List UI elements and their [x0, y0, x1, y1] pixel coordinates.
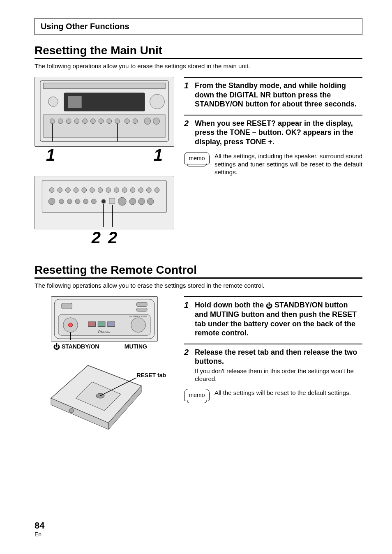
svg-point-43 [101, 199, 106, 203]
svg-point-48 [147, 198, 154, 205]
step-title: From the Standby mode, and while holding… [195, 81, 362, 109]
svg-point-34 [138, 188, 143, 193]
section2-figures: MASTER VOLUME Pioneer STANDBY/ON MUTING [35, 296, 174, 431]
svg-point-40 [75, 199, 80, 204]
step-number: 1 [184, 300, 191, 338]
svg-rect-60 [88, 322, 96, 327]
svg-point-14 [107, 119, 112, 124]
memo-1: memo All the settings, including the spe… [184, 152, 362, 176]
svg-point-17 [133, 119, 138, 124]
step-2: 2 Release the reset tab and then release… [184, 348, 362, 383]
step-1: 1 Hold down both the STANDBY/ON button a… [184, 300, 362, 338]
step-number: 1 [184, 81, 191, 109]
svg-point-5 [150, 95, 165, 109]
svg-point-45 [118, 197, 126, 205]
memo-icon: memo [184, 152, 210, 164]
svg-point-7 [50, 119, 55, 124]
figure-remote-top: MASTER VOLUME Pioneer [51, 296, 158, 342]
memo-2: memo All the settings will be reset to t… [184, 389, 362, 401]
figure-receiver-panel [35, 176, 174, 229]
label-reset-tab: RESET tab [136, 372, 166, 379]
svg-point-16 [125, 119, 129, 124]
svg-point-38 [59, 199, 64, 204]
svg-point-41 [83, 199, 88, 204]
svg-rect-52 [62, 303, 72, 309]
svg-point-30 [106, 188, 111, 193]
svg-point-10 [74, 119, 79, 124]
section2-steps: 1 Hold down both the STANDBY/ON button a… [184, 296, 362, 401]
svg-rect-61 [98, 322, 105, 327]
svg-point-12 [90, 119, 95, 124]
rule [35, 58, 362, 59]
step-2: 2 When you see RESET? appear in the disp… [184, 119, 362, 147]
svg-point-9 [66, 119, 71, 124]
step-1: 1 From the Standby mode, and while holdi… [184, 81, 362, 109]
power-icon [266, 301, 272, 309]
intro-2: The following operations allow you to er… [35, 282, 362, 289]
svg-point-26 [74, 188, 78, 193]
power-icon [53, 343, 60, 350]
svg-rect-22 [42, 180, 166, 213]
memo-text: All the settings, including the speaker,… [214, 152, 362, 176]
svg-rect-44 [109, 198, 115, 204]
svg-point-57 [69, 323, 73, 327]
step-number: 2 [184, 348, 191, 383]
fig1-callout-left: 1 [46, 146, 55, 164]
fig1-callout-right: 1 [154, 146, 163, 164]
figure-remote-back: RESET tab [35, 361, 166, 431]
svg-point-33 [130, 188, 135, 193]
page: Using Other Functions Resetting the Main… [0, 0, 392, 554]
svg-point-42 [91, 199, 96, 204]
svg-point-27 [82, 188, 87, 193]
svg-rect-54 [137, 308, 148, 311]
label-standby-on: STANDBY/ON [53, 343, 99, 351]
section1-steps: 1 From the Standby mode, and while holdi… [184, 77, 362, 176]
svg-point-39 [67, 199, 72, 204]
step-body: If you don't release them in this order … [195, 367, 362, 383]
svg-point-58 [131, 318, 145, 332]
svg-point-28 [90, 188, 95, 193]
svg-point-71 [69, 409, 74, 413]
svg-point-8 [58, 119, 63, 124]
svg-point-15 [115, 119, 120, 124]
svg-point-47 [138, 198, 145, 205]
svg-point-46 [129, 198, 136, 205]
fig2-callout-right: 2 [108, 229, 117, 247]
step-title: Hold down both the STANDBY/ON button and… [195, 300, 362, 338]
page-number: 84 En [35, 520, 44, 538]
svg-rect-62 [108, 322, 115, 327]
rule [184, 296, 362, 297]
svg-point-2 [48, 97, 58, 106]
svg-point-23 [49, 188, 54, 193]
section-2: Resetting the Remote Control The followi… [35, 263, 362, 431]
svg-point-19 [153, 118, 160, 125]
section2-columns: MASTER VOLUME Pioneer STANDBY/ON MUTING [35, 296, 362, 431]
section-bar: Using Other Functions [35, 18, 362, 35]
step-title: When you see RESET? appear in the displa… [195, 119, 362, 147]
svg-point-24 [58, 188, 62, 193]
svg-rect-4 [68, 96, 82, 108]
svg-text:Pioneer: Pioneer [98, 330, 111, 334]
svg-text:MASTER VOLUME: MASTER VOLUME [129, 316, 147, 318]
svg-point-31 [114, 188, 119, 193]
svg-point-32 [122, 188, 127, 193]
svg-point-11 [83, 119, 88, 124]
step-title: Release the reset tab and then release t… [195, 348, 362, 366]
fig2-callout-left: 2 [92, 229, 101, 247]
heading-reset-main-unit: Resetting the Main Unit [35, 44, 362, 57]
section1-columns: 1 1 [35, 77, 362, 247]
svg-point-25 [65, 188, 70, 193]
rule [184, 77, 362, 78]
rule [184, 115, 362, 115]
svg-point-36 [154, 188, 159, 193]
svg-point-18 [144, 118, 151, 125]
section1-figures: 1 1 [35, 77, 174, 247]
svg-rect-53 [137, 302, 148, 307]
figure-receiver-front [35, 77, 174, 147]
svg-point-35 [146, 188, 151, 193]
step-number: 2 [184, 119, 191, 147]
rule [35, 277, 362, 279]
svg-point-13 [99, 119, 104, 124]
memo-icon: memo [184, 389, 210, 401]
memo-text: All the settings will be reset to the de… [214, 389, 362, 397]
